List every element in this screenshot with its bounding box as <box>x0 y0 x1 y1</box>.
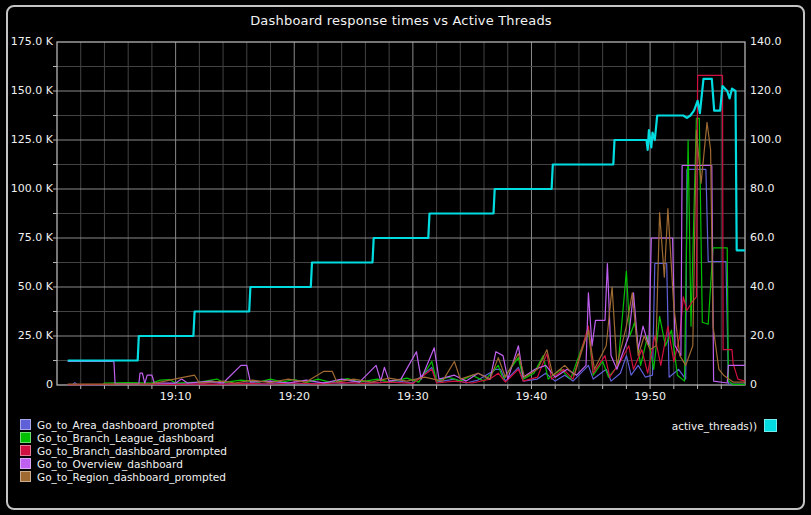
legend-swatch <box>20 471 31 482</box>
legend-label: Go_to_Branch_dashboard_prompted <box>37 445 227 457</box>
y-left-tick-label: 100.0 K <box>0 183 53 195</box>
legend-item-active-threads[interactable]: active_threads)) <box>672 419 777 432</box>
legend-label: Go_to_Region_dashboard_prompted <box>37 471 226 483</box>
y-right-tick-label: 100.0 <box>750 134 806 146</box>
legend-swatch <box>20 445 31 456</box>
app-window: Dashboard response times vs Active Threa… <box>0 0 811 515</box>
legend-item-1[interactable]: Go_to_Branch_League_dashboard <box>20 431 227 444</box>
y-left-tick-label: 75.0 K <box>0 232 53 244</box>
series-line-active-threads- <box>68 79 745 361</box>
x-tick-label: 19:20 <box>266 391 322 403</box>
series-line-go-to-overview-dashboard <box>68 166 745 385</box>
legend-item-4[interactable]: Go_to_Region_dashboard_prompted <box>20 470 227 483</box>
legend-swatch <box>20 458 31 469</box>
chart-title: Dashboard response times vs Active Threa… <box>57 13 745 28</box>
y-right-tick-label: 120.0 <box>750 85 806 97</box>
legend-swatch <box>20 419 31 430</box>
y-left-tick-label: 50.0 K <box>0 281 53 293</box>
y-left-tick-label: 150.0 K <box>0 85 53 97</box>
y-right-tick-label: 20.0 <box>750 330 806 342</box>
legend-label: Go_to_Branch_League_dashboard <box>37 432 214 444</box>
legend-item-0[interactable]: Go_to_Area_dashboard_prompted <box>20 418 227 431</box>
y-right-tick-label: 80.0 <box>750 183 806 195</box>
y-left-tick-label: 0 <box>0 379 53 391</box>
y-right-tick-label: 60.0 <box>750 232 806 244</box>
y-left-tick-label: 25.0 K <box>0 330 53 342</box>
x-tick-label: 19:50 <box>622 391 678 403</box>
legend-swatch <box>20 432 31 443</box>
y-right-tick-label: 0 <box>750 379 806 391</box>
series-line-go-to-region-dashboard-prompted <box>68 122 745 384</box>
x-tick-label: 19:10 <box>148 391 204 403</box>
legend-label: Go_to_Overview_dashboard <box>37 458 183 470</box>
legend-label: active_threads)) <box>672 420 757 432</box>
x-tick-label: 19:30 <box>385 391 441 403</box>
y-right-tick-label: 40.0 <box>750 281 806 293</box>
y-left-tick-label: 175.0 K <box>0 36 53 48</box>
x-tick-label: 19:40 <box>503 391 559 403</box>
legend: Go_to_Area_dashboard_promptedGo_to_Branc… <box>20 418 227 483</box>
legend-item-3[interactable]: Go_to_Overview_dashboard <box>20 457 227 470</box>
legend-swatch-active-threads <box>764 419 777 432</box>
legend-item-2[interactable]: Go_to_Branch_dashboard_prompted <box>20 444 227 457</box>
y-left-tick-label: 125.0 K <box>0 134 53 146</box>
legend-label: Go_to_Area_dashboard_prompted <box>37 419 214 431</box>
y-right-tick-label: 140.0 <box>750 36 806 48</box>
